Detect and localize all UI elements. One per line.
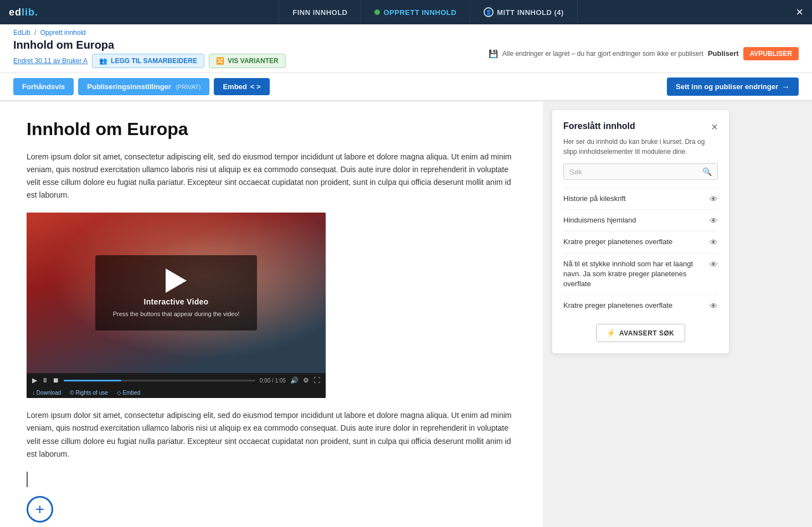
list-item: Hinduismens hjemland 👁 (563, 209, 718, 231)
suggested-content-panel: Foreslått innhold × Her ser du innhold d… (552, 110, 729, 353)
list-item: Historie på kileskrift 👁 (563, 188, 718, 209)
published-status: Publisert (708, 49, 739, 58)
play-control-icon[interactable]: ▶ (32, 376, 37, 384)
top-navigation: edlib. FINN INNHOLD OPPRETT INNHOLD 👤 MI… (0, 0, 812, 24)
main-layout: Innhold om Europa Lorem ipsum dolor sit … (0, 101, 812, 527)
status-right: 💾 Alle endringer er lagret – du har gjor… (489, 47, 799, 60)
save-icon: 💾 (489, 49, 498, 58)
publish-button[interactable]: Sett inn og publiser endringer → (667, 78, 799, 96)
close-button[interactable]: × (796, 6, 803, 18)
forhandsvis-label: Forhåndsvis (22, 82, 65, 91)
item-text: Hinduismens hjemland (563, 215, 705, 225)
embed-label: Embed (223, 82, 246, 91)
eye-icon[interactable]: 👁 (710, 301, 718, 311)
panel-search-container: 🔍 (563, 163, 718, 180)
variants-icon: 🔀 (216, 57, 224, 65)
eye-icon[interactable]: 👁 (710, 194, 718, 204)
advanced-search-label: AVANSERT SØK (619, 329, 675, 337)
create-dot-icon (374, 9, 380, 15)
panel-close-button[interactable]: × (711, 121, 718, 132)
publish-arrow-icon: → (782, 82, 790, 91)
forhandsvis-button[interactable]: Forhåndsvis (13, 78, 74, 95)
pub-settings-sub: (PRIVAT) (176, 84, 201, 90)
user-icon: 👤 (484, 7, 494, 17)
panel-title: Foreslått innhold (563, 121, 635, 131)
content-header: EdLib / Opprett innhold Innhold om Europ… (0, 24, 812, 73)
pub-settings-button[interactable]: Publiseringsinnstillinger (PRIVAT) (78, 78, 209, 95)
item-text: Kratre preger planetenes overflate (563, 301, 705, 311)
page-title: Innhold om Europa (13, 39, 286, 51)
add-content-button[interactable]: + (27, 496, 53, 523)
save-status-text: Alle endringer er lagret – du har gjort … (502, 50, 703, 58)
app-logo: edlib. (9, 7, 38, 18)
pause-control-icon[interactable]: ⏸ (42, 376, 48, 384)
breadcrumb-current[interactable]: Opprett innhold (40, 29, 86, 37)
eye-icon[interactable]: 👁 (710, 216, 718, 225)
video-footer: ↓ Download © Rights of use ◇ Embed (27, 388, 326, 398)
panel-search-input[interactable] (569, 168, 702, 176)
list-item: Nå til et stykke innhold som har et laan… (563, 253, 718, 295)
video-subtitle: Press the buttons that appear during the… (113, 311, 240, 317)
action-toolbar: Forhåndsvis Publiseringsinnstillinger (P… (0, 73, 812, 101)
breadcrumb-separator: / (34, 29, 36, 37)
panel-description: Her ser du innhold du kan bruke i kurset… (563, 137, 718, 157)
nav-finn-label: FINN INNHOLD (292, 8, 347, 17)
item-text: Nå til et stykke innhold som har et laan… (563, 259, 705, 290)
panel-advanced-section: ⚡ AVANSERT SØK (563, 324, 718, 342)
article-para-2: Lorem ipsum dolor sit amet, consectetur … (27, 409, 516, 460)
search-icon: 🔍 (702, 167, 712, 176)
embed-button[interactable]: Embed < > (214, 78, 269, 95)
article-para-1: Lorem ipsum dolor sit amet, consectetur … (27, 151, 516, 202)
logo-accent: lib (22, 7, 35, 18)
nav-opprett-label: OPPRETT INNHOLD (383, 8, 456, 17)
view-variants-button[interactable]: 🔀 VIS VARIANTER (209, 54, 286, 68)
nav-opprett-innhold[interactable]: OPPRETT INNHOLD (361, 0, 470, 24)
content-area: Innhold om Europa Lorem ipsum dolor sit … (0, 101, 543, 527)
top-nav-links: FINN INNHOLD OPPRETT INNHOLD 👤 MITT INNH… (60, 0, 796, 24)
video-rights-link[interactable]: © Rights of use (70, 390, 108, 396)
header-meta: Endret 30.11 av Bruker A 👥 LEGG TIL SAMA… (13, 54, 286, 68)
nav-mitt-label: MITT INNHOLD (4) (497, 8, 564, 17)
content-cursor (27, 472, 28, 487)
video-controls: ▶ ⏸ ⏹ 0:00 / 1:05 🔊 ⚙ ⛶ (27, 373, 326, 388)
advanced-search-button[interactable]: ⚡ AVANSERT SØK (596, 324, 685, 342)
fullscreen-icon[interactable]: ⛶ (314, 376, 320, 384)
add-content-row: + (27, 496, 516, 523)
video-time: 0:00 / 1:05 (260, 378, 286, 384)
breadcrumb: EdLib / Opprett innhold (13, 29, 799, 37)
add-plus-icon: + (35, 500, 44, 518)
video-thumbnail[interactable]: Interactive Video Press the buttons that… (27, 213, 326, 373)
embed-code-icon: < > (250, 82, 261, 91)
status-save-info: 💾 Alle endringer er lagret – du har gjor… (489, 49, 703, 58)
item-text: Historie på kileskrift (563, 194, 705, 204)
list-item: Kratre preger planetenes overflate 👁 (563, 231, 718, 252)
nav-finn-innhold[interactable]: FINN INNHOLD (279, 0, 361, 24)
play-triangle-icon (166, 268, 187, 293)
list-item: Kratre preger planetenes overflate 👁 (563, 294, 718, 316)
video-player: Interactive Video Press the buttons that… (27, 213, 326, 398)
volume-icon[interactable]: 🔊 (290, 376, 299, 384)
filter-icon: ⚡ (607, 329, 616, 337)
avpubliser-button[interactable]: AVPUBLISER (743, 47, 799, 60)
video-progress-bar[interactable] (64, 380, 255, 381)
breadcrumb-parent[interactable]: EdLib (13, 29, 30, 37)
panel-header: Foreslått innhold × (563, 121, 718, 132)
add-collaborator-button[interactable]: 👥 LEGG TIL SAMARBEIDERE (92, 54, 204, 68)
article-title: Innhold om Europa (27, 119, 516, 140)
settings-icon[interactable]: ⚙ (303, 376, 309, 384)
header-row: Innhold om Europa Endret 30.11 av Bruker… (13, 39, 799, 73)
item-text: Kratre preger planetenes overflate (563, 237, 705, 247)
video-embed-link[interactable]: ◇ Embed (117, 390, 140, 396)
stop-control-icon[interactable]: ⏹ (53, 376, 59, 384)
video-download-link[interactable]: ↓ Download (32, 390, 61, 396)
collaborator-icon: 👥 (99, 57, 107, 65)
collaborator-label: LEGG TIL SAMARBEIDERE (111, 57, 197, 65)
eye-icon[interactable]: 👁 (710, 260, 718, 269)
video-title: Interactive Video (144, 297, 209, 306)
play-button-overlay[interactable]: Interactive Video Press the buttons that… (95, 255, 258, 330)
nav-mitt-innhold[interactable]: 👤 MITT INNHOLD (4) (470, 0, 578, 24)
meta-edit-link[interactable]: Endret 30.11 av Bruker A (13, 57, 88, 65)
video-progress-fill (64, 380, 121, 381)
publish-label: Sett inn og publiser endringer (676, 82, 778, 91)
eye-icon[interactable]: 👁 (710, 237, 718, 247)
